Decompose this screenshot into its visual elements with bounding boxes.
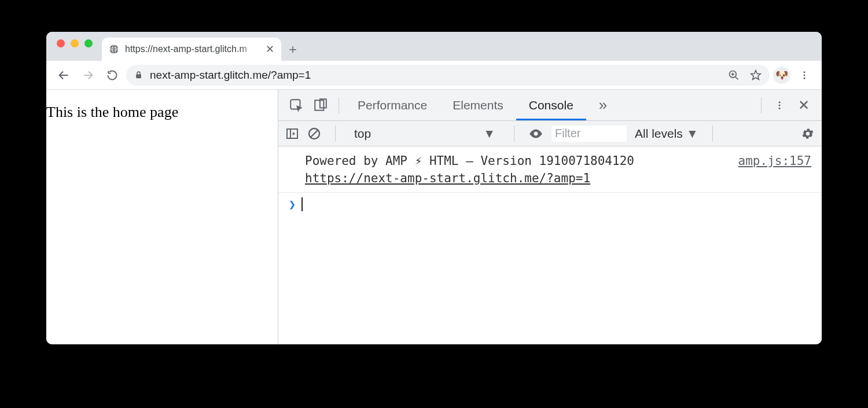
svg-point-26 xyxy=(534,131,538,135)
device-toolbar-icon[interactable] xyxy=(308,98,333,113)
zoom-icon[interactable] xyxy=(728,69,740,81)
bookmark-star-icon[interactable] xyxy=(750,69,762,81)
svg-point-18 xyxy=(779,101,781,103)
svg-point-13 xyxy=(804,74,806,76)
live-expression-eye-icon[interactable] xyxy=(528,126,543,141)
separator xyxy=(712,126,713,142)
forward-button[interactable] xyxy=(78,65,98,86)
chevron-down-icon: ▼ xyxy=(483,127,495,141)
console-prompt[interactable]: ❯ xyxy=(278,193,822,216)
address-bar[interactable]: next-amp-start.glitch.me/?amp=1 xyxy=(126,65,770,86)
svg-point-12 xyxy=(804,71,806,73)
devtools-close-icon[interactable]: ✕ xyxy=(792,97,816,113)
new-tab-button[interactable]: ＋ xyxy=(281,38,304,61)
console-filter-input[interactable] xyxy=(551,126,627,142)
svg-point-27 xyxy=(806,131,810,135)
levels-label: All levels xyxy=(635,127,683,141)
log-source-link[interactable]: amp.js:157 xyxy=(738,152,811,188)
svg-rect-6 xyxy=(136,74,141,78)
content-area: This is the home page Performance Elemen… xyxy=(46,90,822,344)
globe-icon xyxy=(109,44,119,54)
minimize-window-button[interactable] xyxy=(71,39,79,47)
tab-elements[interactable]: Elements xyxy=(440,90,516,120)
reload-button[interactable] xyxy=(102,65,123,86)
page-body-text: This is the home page xyxy=(46,104,178,120)
url-text: next-amp-start.glitch.me/?amp=1 xyxy=(150,69,311,82)
devtools-panel: Performance Elements Console » ✕ xyxy=(278,90,822,344)
log-text: Powered by AMP ⚡ HTML – Version 19100718… xyxy=(305,154,634,168)
console-output: Powered by AMP ⚡ HTML – Version 19100718… xyxy=(278,146,822,344)
clear-console-icon[interactable] xyxy=(307,127,321,141)
separator xyxy=(335,126,336,142)
browser-toolbar: next-amp-start.glitch.me/?amp=1 🐶 xyxy=(46,61,822,90)
separator xyxy=(339,97,339,113)
browser-window: https://next-amp-start.glitch.m ✕ ＋ next… xyxy=(46,32,822,344)
svg-marker-11 xyxy=(751,70,761,79)
prompt-chevron-icon: ❯ xyxy=(289,197,296,211)
devtools-tabbar: Performance Elements Console » ✕ xyxy=(278,90,822,121)
execution-context-selector[interactable]: top ▼ xyxy=(350,127,500,141)
svg-line-25 xyxy=(311,130,318,137)
tab-title: https://next-amp-start.glitch.m xyxy=(125,44,260,54)
console-toolbar: top ▼ All levels ▼ xyxy=(278,121,822,146)
back-button[interactable] xyxy=(53,65,74,86)
separator xyxy=(761,97,762,113)
inspect-element-icon[interactable] xyxy=(284,98,308,113)
window-controls xyxy=(54,32,97,61)
tab-performance[interactable]: Performance xyxy=(345,90,440,120)
svg-point-20 xyxy=(779,107,781,109)
svg-line-8 xyxy=(735,76,738,79)
log-message: Powered by AMP ⚡ HTML – Version 19100718… xyxy=(305,152,727,188)
svg-rect-16 xyxy=(315,100,323,110)
svg-point-14 xyxy=(804,77,806,79)
maximize-window-button[interactable] xyxy=(84,39,93,47)
tab-overflow-button[interactable]: » xyxy=(586,90,620,120)
close-window-button[interactable] xyxy=(57,39,65,47)
input-caret xyxy=(301,197,303,211)
log-url-link[interactable]: https://next-amp-start.glitch.me/?amp=1 xyxy=(305,171,590,185)
console-settings-gear-icon[interactable] xyxy=(801,127,815,141)
log-levels-selector[interactable]: All levels ▼ xyxy=(635,127,698,141)
svg-marker-23 xyxy=(293,132,295,135)
page-viewport: This is the home page xyxy=(46,90,278,344)
console-log-entry[interactable]: Powered by AMP ⚡ HTML – Version 19100718… xyxy=(278,146,822,193)
tab-strip: https://next-amp-start.glitch.m ✕ ＋ xyxy=(46,32,822,61)
close-tab-icon[interactable]: ✕ xyxy=(266,43,274,56)
devtools-menu-icon[interactable] xyxy=(767,100,792,111)
chevron-down-icon: ▼ xyxy=(686,127,698,141)
browser-menu-button[interactable] xyxy=(794,65,815,86)
tab-console[interactable]: Console xyxy=(516,90,586,120)
browser-tab[interactable]: https://next-amp-start.glitch.m ✕ xyxy=(102,38,281,61)
svg-point-19 xyxy=(779,104,781,106)
context-label: top xyxy=(354,127,371,141)
console-sidebar-toggle-icon[interactable] xyxy=(285,127,299,141)
lock-icon xyxy=(134,71,143,79)
profile-avatar[interactable]: 🐶 xyxy=(773,67,790,84)
separator xyxy=(514,126,514,142)
svg-rect-21 xyxy=(287,129,297,138)
